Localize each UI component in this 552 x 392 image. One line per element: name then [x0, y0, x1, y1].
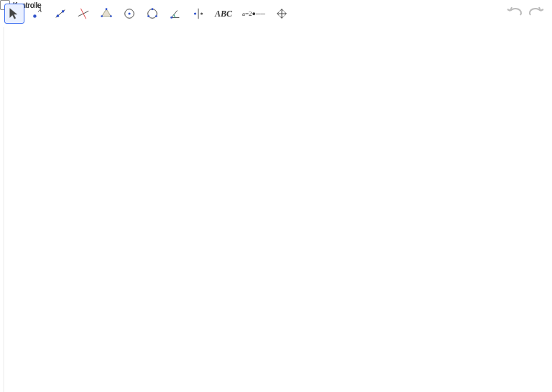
- svg-line-6: [80, 9, 86, 19]
- svg-point-19: [194, 12, 196, 14]
- svg-point-12: [128, 12, 130, 14]
- tool-line[interactable]: [50, 4, 70, 24]
- tool-slider[interactable]: a=2 ●──: [239, 4, 269, 24]
- svg-point-16: [155, 15, 157, 17]
- svg-point-20: [201, 12, 203, 14]
- svg-point-15: [147, 15, 150, 17]
- svg-point-9: [110, 15, 112, 17]
- canvas[interactable]: [0, 27, 552, 392]
- tool-circle-3pts[interactable]: [142, 4, 162, 24]
- tool-perpendicular[interactable]: [73, 4, 93, 24]
- tool-move[interactable]: [4, 4, 24, 24]
- tool-circle-center[interactable]: [119, 4, 139, 24]
- svg-point-0: [33, 14, 37, 18]
- tool-translate[interactable]: [272, 4, 292, 24]
- tool-slider-label: a=2: [242, 11, 252, 17]
- svg-marker-7: [102, 9, 111, 17]
- svg-point-3: [57, 14, 60, 17]
- tool-angle[interactable]: [165, 4, 185, 24]
- svg-point-10: [101, 15, 103, 17]
- svg-point-4: [62, 10, 65, 13]
- svg-point-17: [170, 17, 172, 19]
- tool-text-label: ABC: [215, 9, 232, 19]
- tool-reflect[interactable]: [188, 4, 208, 24]
- tool-polygon[interactable]: [96, 4, 116, 24]
- svg-point-14: [152, 8, 154, 10]
- tool-point[interactable]: A: [27, 4, 47, 24]
- tool-text[interactable]: ABC: [211, 4, 236, 24]
- toolbar: A ABC a=2 ●──: [0, 0, 552, 27]
- svg-text:A: A: [37, 7, 42, 14]
- svg-point-8: [106, 8, 108, 10]
